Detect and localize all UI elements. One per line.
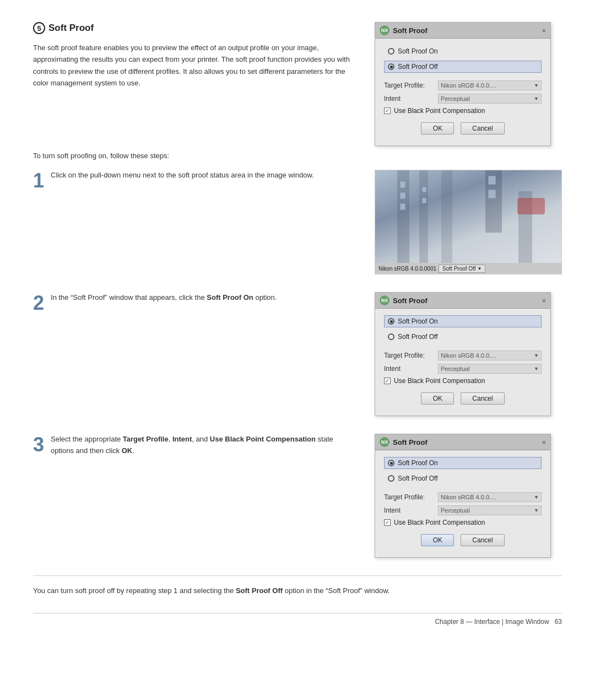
- target-profile-row-2: Target Profile: Nikon sRGB 4.0.0.... ▼: [384, 351, 542, 360]
- section-title-text: Soft Proof: [48, 23, 94, 34]
- radio-on-3[interactable]: Soft Proof On: [384, 457, 542, 469]
- step-3-between1: ,: [169, 435, 172, 443]
- soft-proof-dialog-3: NX Soft Proof × Soft Proof On Soft Pro: [375, 434, 551, 558]
- step-2-text: In the “Soft Proof” window that appears,…: [51, 292, 358, 304]
- step-2-row: 2 In the “Soft Proof” window that appear…: [33, 292, 562, 416]
- radio-on-label-3: Soft Proof On: [398, 459, 438, 467]
- step-1-left: 1 Click on the pull-down menu next to th…: [33, 170, 358, 191]
- ok-button-3[interactable]: OK: [421, 534, 454, 546]
- intent-label-2: Intent: [384, 365, 434, 373]
- dialog-close-2[interactable]: ×: [542, 297, 546, 305]
- radio-on-2[interactable]: Soft Proof On: [384, 315, 542, 327]
- steps-intro: To turn soft proofing on, follow these s…: [33, 152, 562, 160]
- soft-proof-dropdown-arrow: ▼: [477, 266, 482, 271]
- step-3-number: 3: [33, 435, 44, 455]
- ok-button-1[interactable]: OK: [421, 122, 454, 134]
- step-2-right: NX Soft Proof × Soft Proof On Soft Pro: [375, 292, 562, 416]
- cancel-button-2[interactable]: Cancel: [461, 392, 504, 405]
- target-profile-label-1: Target Profile:: [384, 82, 434, 89]
- soft-proof-dialog-1: NX Soft Proof × Soft Proof On Soft Proof…: [375, 22, 551, 146]
- intent-arrow-2: ▼: [534, 366, 539, 371]
- dialog-footer-2: OK Cancel: [384, 390, 542, 409]
- target-profile-value-1[interactable]: Nikon sRGB 4.0.0.... ▼: [438, 80, 542, 90]
- bldg-window-5: [422, 198, 426, 203]
- bldg-window-6: [488, 176, 496, 185]
- building-col-2: [419, 170, 428, 274]
- step-1-text: Click on the pull-down menu next to the …: [51, 170, 358, 181]
- radio-on-1[interactable]: Soft Proof On: [384, 45, 542, 57]
- step-3-before: Select the appropriate: [51, 435, 123, 443]
- target-profile-value-3[interactable]: Nikon sRGB 4.0.0.... ▼: [438, 492, 542, 502]
- steps-container: 1 Click on the pull-down menu next to th…: [33, 170, 562, 558]
- building-bg: [375, 170, 561, 274]
- dialog-footer-3: OK Cancel: [384, 532, 542, 551]
- ok-button-2[interactable]: OK: [421, 392, 454, 405]
- checkbox-row-1[interactable]: ✓ Use Black Point Compensation: [384, 107, 542, 115]
- target-profile-arrow-1: ▼: [534, 83, 539, 88]
- dialog-title-text-1: Soft Proof: [393, 26, 428, 35]
- dialog-title-2: NX Soft Proof: [380, 295, 428, 305]
- checkbox-row-3[interactable]: ✓ Use Black Point Compensation: [384, 519, 542, 526]
- target-profile-row-1: Target Profile: Nikon sRGB 4.0.0.... ▼: [384, 80, 542, 90]
- radio-off-input-3[interactable]: [388, 475, 394, 482]
- target-profile-value-2[interactable]: Nikon sRGB 4.0.0.... ▼: [438, 351, 542, 360]
- intro-section: 5 Soft Proof The soft proof feature enab…: [33, 22, 562, 146]
- bldg-window-1: [400, 181, 405, 188]
- bldg-window-2: [400, 192, 405, 199]
- step-3-bold4: OK: [122, 446, 133, 455]
- step-2-bold: Soft Proof On: [207, 293, 253, 301]
- dialog-body-1: Soft Proof On Soft Proof Off Target Prof…: [375, 39, 550, 146]
- dialog-titlebar-1: NX Soft Proof ×: [375, 23, 550, 39]
- dialog-title-text-2: Soft Proof: [393, 297, 428, 305]
- radio-on-input-3[interactable]: [388, 460, 394, 466]
- step-3-text: Select the appropriate Target Profile, I…: [51, 434, 358, 457]
- dialog-titlebar-3: NX Soft Proof ×: [375, 434, 550, 450]
- red-accent: [517, 198, 545, 214]
- dialog-close-3[interactable]: ×: [542, 438, 546, 446]
- dialog-close-1[interactable]: ×: [542, 26, 546, 35]
- page-footer: Chapter 8 — Interface | Image Window 63: [33, 613, 562, 626]
- checkbox-2[interactable]: ✓: [384, 378, 391, 384]
- target-profile-row-3: Target Profile: Nikon sRGB 4.0.0.... ▼: [384, 492, 542, 502]
- page-number: 63: [555, 618, 562, 626]
- soft-proof-dialog-2: NX Soft Proof × Soft Proof On Soft Pro: [375, 292, 551, 416]
- checkbox-3[interactable]: ✓: [384, 519, 391, 526]
- screenshot-box: Nikon sRGB 4.0.0.0001 Soft Proof Off ▼: [375, 170, 562, 274]
- dialog-title-3: NX Soft Proof: [380, 437, 428, 447]
- cancel-button-3[interactable]: Cancel: [461, 534, 504, 546]
- step-3-right: NX Soft Proof × Soft Proof On Soft Pro: [375, 434, 562, 558]
- bldg-window-7: [488, 190, 496, 198]
- soft-proof-badge-text: Soft Proof Off: [442, 266, 475, 272]
- checkbox-row-2[interactable]: ✓ Use Black Point Compensation: [384, 377, 542, 385]
- target-profile-arrow-3: ▼: [534, 494, 539, 500]
- radio-off-label-2: Soft Proof Off: [398, 333, 437, 341]
- radio-off-input-2[interactable]: [388, 333, 394, 340]
- section-number: 5: [33, 22, 45, 34]
- radio-on-input-2[interactable]: [388, 318, 394, 325]
- checkbox-1[interactable]: ✓: [384, 107, 391, 114]
- radio-off-2[interactable]: Soft Proof Off: [384, 331, 542, 343]
- intent-row-2: Intent Perceptual ▼: [384, 364, 542, 374]
- section-title: 5 Soft Proof: [33, 22, 358, 34]
- footer-end-text: option in the “Soft Proof” window.: [283, 586, 390, 595]
- checkbox-label-1: Use Black Point Compensation: [394, 107, 485, 115]
- intent-value-2[interactable]: Perceptual ▼: [438, 364, 542, 374]
- checkbox-label-2: Use Black Point Compensation: [394, 377, 485, 385]
- target-profile-label-3: Target Profile:: [384, 493, 434, 501]
- intent-label-3: Intent: [384, 507, 434, 514]
- radio-off-input-1[interactable]: [388, 63, 394, 70]
- radio-off-1[interactable]: Soft Proof Off: [384, 61, 542, 73]
- intent-arrow-3: ▼: [534, 508, 539, 513]
- radio-off-3[interactable]: Soft Proof Off: [384, 472, 542, 484]
- intent-row-1: Intent Perceptual ▼: [384, 94, 542, 104]
- dialog-titlebar-2: NX Soft Proof ×: [375, 293, 550, 309]
- intent-label-1: Intent: [384, 95, 434, 103]
- step-3-bold3: Use Black Point Compensation: [210, 435, 316, 443]
- cancel-button-1[interactable]: Cancel: [461, 122, 504, 134]
- soft-proof-badge[interactable]: Soft Proof Off ▼: [439, 265, 485, 273]
- radio-on-input-1[interactable]: [388, 48, 394, 55]
- dialog-footer-1: OK Cancel: [384, 120, 542, 139]
- intent-value-3[interactable]: Perceptual ▼: [438, 505, 542, 515]
- intent-value-1[interactable]: Perceptual ▼: [438, 94, 542, 104]
- radio-dot-on-2: [390, 320, 393, 323]
